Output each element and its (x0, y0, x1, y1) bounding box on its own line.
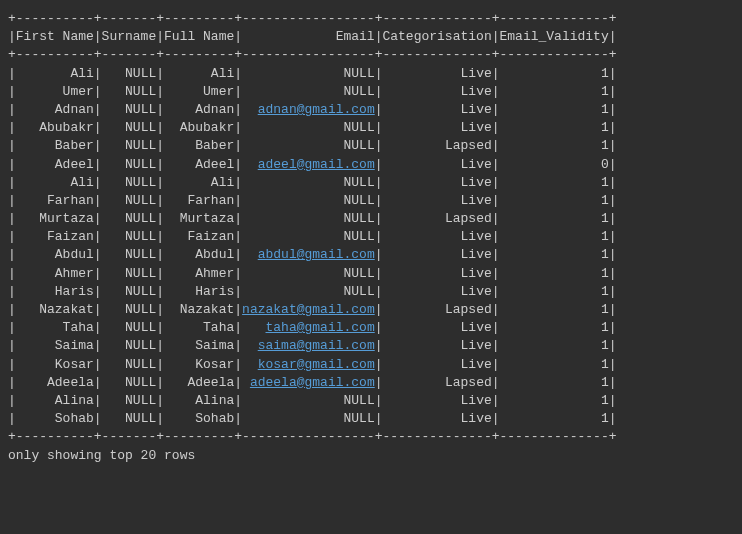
table-row: | Alina| NULL| Alina| NULL| Live| 1| (8, 392, 734, 410)
email-link[interactable]: adeela@gmail.com (250, 375, 375, 390)
table-row: | Murtaza| NULL| Murtaza| NULL| Lapsed| … (8, 210, 734, 228)
table-row: | Adeel| NULL| Adeel| adeel@gmail.com| L… (8, 156, 734, 174)
result-footer: only showing top 20 rows (8, 447, 734, 465)
table-row: | Umer| NULL| Umer| NULL| Live| 1| (8, 83, 734, 101)
email-link[interactable]: abdul@gmail.com (258, 247, 375, 262)
table-row: | Ahmer| NULL| Ahmer| NULL| Live| 1| (8, 265, 734, 283)
table-separator: +----------+-------+---------+----------… (8, 46, 734, 64)
table-row: | Taha| NULL| Taha| taha@gmail.com| Live… (8, 319, 734, 337)
table-row: | Abdul| NULL| Abdul| abdul@gmail.com| L… (8, 246, 734, 264)
table-row: | Ali| NULL| Ali| NULL| Live| 1| (8, 174, 734, 192)
table-separator: +----------+-------+---------+----------… (8, 428, 734, 446)
table-row: | Adnan| NULL| Adnan| adnan@gmail.com| L… (8, 101, 734, 119)
email-link[interactable]: taha@gmail.com (266, 320, 375, 335)
table-row: | Kosar| NULL| Kosar| kosar@gmail.com| L… (8, 356, 734, 374)
table-header: |First Name|Surname|Full Name| Email|Cat… (8, 28, 734, 46)
table-row: | Nazakat| NULL| Nazakat|nazakat@gmail.c… (8, 301, 734, 319)
table-row: | Farhan| NULL| Farhan| NULL| Live| 1| (8, 192, 734, 210)
email-link[interactable]: saima@gmail.com (258, 338, 375, 353)
email-link[interactable]: adnan@gmail.com (258, 102, 375, 117)
email-link[interactable]: adeel@gmail.com (258, 157, 375, 172)
table-row: | Baber| NULL| Baber| NULL| Lapsed| 1| (8, 137, 734, 155)
table-row: | Adeela| NULL| Adeela| adeela@gmail.com… (8, 374, 734, 392)
email-link[interactable]: kosar@gmail.com (258, 357, 375, 372)
table-row: | Ali| NULL| Ali| NULL| Live| 1| (8, 65, 734, 83)
table-row: | Haris| NULL| Haris| NULL| Live| 1| (8, 283, 734, 301)
table-separator: +----------+-------+---------+----------… (8, 10, 734, 28)
table-row: | Saima| NULL| Saima| saima@gmail.com| L… (8, 337, 734, 355)
table-row: | Faizan| NULL| Faizan| NULL| Live| 1| (8, 228, 734, 246)
terminal-output: +----------+-------+---------+----------… (0, 0, 742, 475)
table-row: | Sohab| NULL| Sohab| NULL| Live| 1| (8, 410, 734, 428)
email-link[interactable]: nazakat@gmail.com (242, 302, 375, 317)
table-row: | Abubakr| NULL| Abubakr| NULL| Live| 1| (8, 119, 734, 137)
